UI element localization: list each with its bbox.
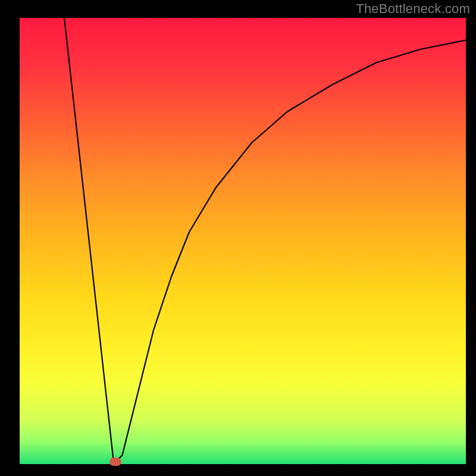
bottleneck-curve	[64, 18, 466, 460]
curve-layer	[20, 18, 466, 464]
min-point-marker	[109, 458, 121, 466]
attribution-text: TheBottleneck.com	[356, 1, 470, 17]
plot-area	[20, 18, 466, 464]
outer-frame: TheBottleneck.com	[0, 0, 476, 476]
